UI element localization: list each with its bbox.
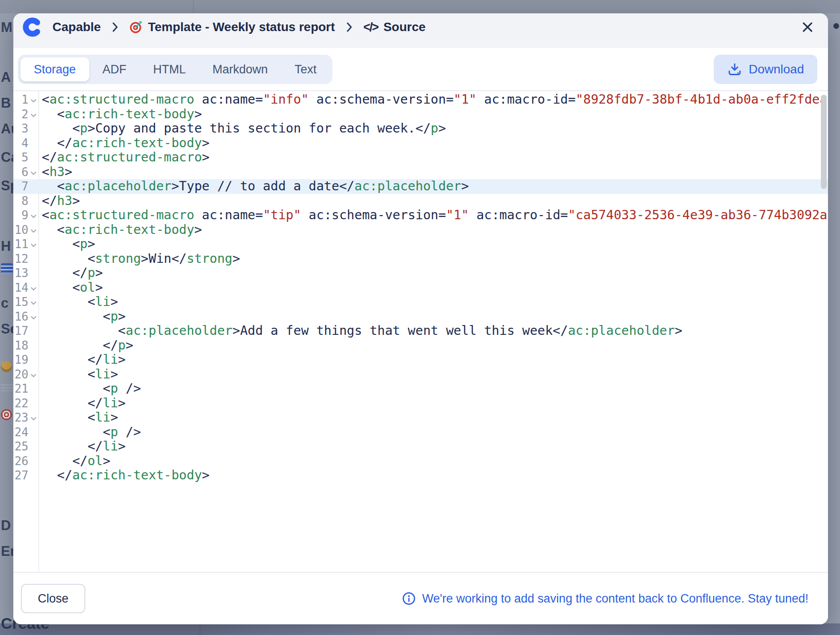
code-editor[interactable]: 1<ac:structured-macro ac:name="info" ac:…	[13, 91, 828, 573]
fold-toggle-icon[interactable]	[28, 371, 38, 378]
screen: MABAuCaSpHcSeDEn Create Capable Template…	[0, 0, 840, 635]
fold-toggle-icon[interactable]	[28, 96, 38, 103]
fold-spacer	[28, 128, 38, 130]
line-number: 12	[13, 252, 28, 265]
line-number: 26	[13, 454, 28, 468]
code-text: </li>	[38, 396, 126, 411]
download-button[interactable]: Download	[714, 55, 817, 84]
code-line[interactable]: 5</ac:structured-macro>	[13, 150, 828, 165]
info-icon	[402, 591, 416, 606]
line-number: 6	[13, 165, 28, 179]
line-number: 20	[13, 368, 28, 381]
background-sidebar-item: M	[1, 20, 12, 36]
tab-html[interactable]: HTML	[140, 57, 200, 81]
code-line[interactable]: 27 </ac:rich-text-body>	[13, 468, 828, 483]
code-line[interactable]: 9<ac:structured-macro ac:name="tip" ac:s…	[13, 208, 828, 223]
fold-spacer	[28, 157, 38, 159]
fold-toggle-icon[interactable]	[28, 241, 38, 247]
code-line[interactable]: 2 <ac:rich-text-body>	[13, 107, 828, 122]
code-line[interactable]: 3 <p>Copy and paste this section for eac…	[13, 121, 828, 136]
fold-toggle-icon[interactable]	[28, 313, 38, 320]
fold-toggle-icon[interactable]	[28, 212, 38, 218]
code-line[interactable]: 26 </ol>	[13, 454, 828, 469]
code-text: <ac:structured-macro ac:name="tip" ac:sc…	[38, 208, 827, 223]
background-page-bottom	[0, 623, 840, 635]
notice-text: We're working to add saving the content …	[422, 592, 808, 606]
notice: We're working to add saving the content …	[402, 591, 808, 606]
code-line[interactable]: 10 <ac:rich-text-body>	[13, 223, 828, 237]
code-line[interactable]: 7 <ac:placeholder>Type // to add a date<…	[13, 179, 828, 194]
gutter-cell: 20	[13, 367, 38, 382]
code-line[interactable]: 15 <li>	[13, 295, 828, 309]
code-line[interactable]: 20 <li>	[13, 367, 828, 382]
target-icon	[129, 20, 143, 34]
code-line[interactable]: 21 <p />	[13, 382, 828, 396]
code-line[interactable]: 6<h3>	[13, 165, 828, 180]
code-line[interactable]: 14 <ol>	[13, 281, 828, 295]
gutter-cell: 19	[13, 353, 38, 367]
code-text: <li>	[38, 367, 118, 382]
fold-toggle-icon[interactable]	[28, 111, 38, 117]
close-button[interactable]: Close	[21, 584, 85, 613]
code-line[interactable]: 24 <p />	[13, 425, 828, 440]
tab-markdown[interactable]: Markdown	[199, 57, 281, 81]
fold-toggle-icon[interactable]	[28, 299, 38, 305]
fold-toggle-icon[interactable]	[28, 414, 38, 421]
fold-toggle-icon[interactable]	[28, 285, 38, 291]
code-line[interactable]: 12 <strong>Win</strong>	[13, 252, 828, 266]
fold-toggle-icon[interactable]	[28, 227, 38, 233]
gutter-cell: 6	[13, 165, 38, 180]
tab-adf[interactable]: ADF	[89, 57, 140, 81]
gutter-cell: 3	[13, 121, 38, 136]
modal-footer: Close We're working to add saving the co…	[13, 573, 828, 624]
gutter-divider	[38, 91, 39, 572]
gutter-cell: 14	[13, 281, 38, 295]
fold-spacer	[28, 388, 38, 390]
code-line[interactable]: 16 <p>	[13, 309, 828, 324]
code-line[interactable]: 22 </li>	[13, 396, 828, 411]
gutter-cell: 13	[13, 266, 38, 281]
line-number: 5	[13, 151, 28, 164]
line-number: 16	[13, 310, 28, 323]
gutter-cell: 27	[13, 468, 38, 483]
code-text: <li>	[38, 410, 118, 425]
code-text: <ac:rich-text-body>	[38, 223, 202, 237]
close-icon[interactable]	[799, 18, 816, 36]
tab-text[interactable]: Text	[281, 57, 330, 81]
code-line[interactable]: 11 <p>	[13, 237, 828, 252]
code-line[interactable]: 13 </p>	[13, 266, 828, 281]
fold-spacer	[28, 431, 38, 433]
fold-spacer	[28, 460, 38, 462]
code-line[interactable]: 18 </p>	[13, 338, 828, 353]
scrollbar-thumb[interactable]	[821, 95, 827, 189]
code-line[interactable]: 19 </li>	[13, 353, 828, 367]
code-text: </p>	[38, 338, 133, 353]
line-number: 27	[13, 469, 28, 482]
line-number: 7	[13, 180, 28, 193]
line-number: 1	[13, 93, 28, 106]
gutter-cell: 8	[13, 194, 38, 209]
code-line[interactable]: 25 </li>	[13, 439, 828, 454]
code-text: <ol>	[38, 281, 103, 295]
line-number: 13	[13, 266, 28, 280]
code-line[interactable]: 8</h3>	[13, 194, 828, 209]
background-sidebar-item: A	[1, 69, 11, 85]
code-line[interactable]: 23 <li>	[13, 410, 828, 425]
fold-toggle-icon[interactable]	[28, 169, 38, 175]
tab-storage[interactable]: Storage	[20, 57, 89, 81]
line-number: 19	[13, 353, 28, 366]
code-text: <p />	[38, 382, 141, 396]
gutter-cell: 15	[13, 295, 38, 309]
line-number: 9	[13, 209, 28, 222]
format-toolbar: StorageADFHTMLMarkdownText Download	[13, 48, 828, 91]
code-line[interactable]: 17 <ac:placeholder>Add a few things that…	[13, 324, 828, 338]
modal-header: Capable Template - Weekly status report …	[13, 13, 828, 48]
squiggle-lines-icon	[1, 384, 13, 391]
code-line[interactable]: 1<ac:structured-macro ac:name="info" ac:…	[13, 92, 828, 107]
code-icon: </>	[364, 20, 378, 34]
code-line[interactable]: 4 </ac:rich-text-body>	[13, 136, 828, 151]
fold-spacer	[28, 344, 38, 346]
gutter-cell: 18	[13, 338, 38, 353]
code-text: </li>	[38, 439, 126, 454]
fold-spacer	[28, 402, 38, 404]
